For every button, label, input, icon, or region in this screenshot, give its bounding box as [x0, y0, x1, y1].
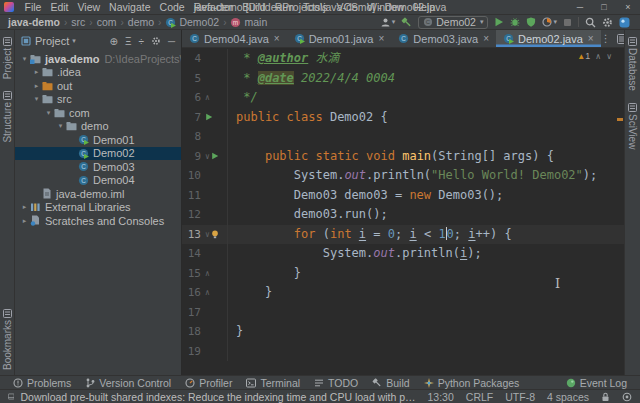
warning-stripe-mark[interactable] [617, 118, 623, 121]
editor-scrollbar[interactable] [616, 48, 624, 375]
menu-code[interactable]: Code [155, 1, 189, 13]
tree-toggle-icon[interactable]: ▸ [31, 82, 42, 90]
toolwindow-switcher-icon[interactable] [8, 392, 14, 401]
fold-end-icon[interactable]: ∧ [205, 283, 210, 303]
breadcrumb-item-main[interactable]: mmain [230, 16, 267, 28]
tree-toggle-icon[interactable]: ▾ [19, 55, 30, 63]
menu-refactor[interactable]: Refactor [189, 1, 238, 13]
menu-run[interactable]: Run [270, 1, 298, 13]
toolwindow-button-structure[interactable]: Structure [2, 84, 13, 148]
tree-toggle-icon[interactable]: ▸ [19, 217, 30, 225]
editor-tab-demo02-java[interactable]: C Demo02.java× [496, 30, 601, 47]
close-button[interactable]: × [616, 2, 640, 12]
tree-item-demo04[interactable]: C Demo04 [15, 174, 181, 188]
fold-start-icon[interactable]: ∨ [205, 225, 210, 245]
code-line-5[interactable]: 5 * @date 2022/4/4 0004 [182, 69, 624, 89]
tree-toggle-icon[interactable]: ▾ [55, 122, 66, 130]
code-line-12[interactable]: 12 demo03.run(); [182, 205, 624, 225]
tree-item-src[interactable]: ▾ src [15, 93, 181, 107]
status-item-crlf[interactable]: CRLF [466, 391, 493, 403]
tree-item-external-libraries[interactable]: ▸External Libraries [15, 201, 181, 215]
collapse-all-button[interactable]: ÷ [138, 36, 144, 47]
menu-navigate[interactable]: Navigate [105, 1, 155, 13]
fold-end-icon[interactable]: ∧ [205, 264, 210, 284]
fold-end-icon[interactable]: ∧ [205, 88, 210, 108]
run-button[interactable] [494, 17, 504, 27]
code-editor[interactable]: ▲1 ∧ ∨ 4 * @author 水滴5 * @date 2022/4/4 … [182, 48, 624, 375]
toolwindow-button-bookmarks[interactable]: Bookmarks [2, 302, 13, 375]
tree-item-demo[interactable]: ▾ demo [15, 120, 181, 134]
panel-settings-button[interactable] [151, 36, 161, 46]
more-options-icon[interactable]: ⋮ [601, 33, 611, 44]
toolwindow-button-build[interactable]: Build [365, 377, 416, 389]
debug-button[interactable] [510, 17, 520, 27]
toolwindow-button-sciview[interactable]: SciView [627, 96, 638, 154]
close-icon[interactable]: × [274, 33, 280, 44]
stop-button[interactable] [563, 18, 572, 27]
close-icon[interactable]: × [588, 33, 594, 44]
menu-edit[interactable]: Edit [46, 1, 73, 13]
tree-item-demo02[interactable]: C Demo02 [15, 147, 181, 161]
breadcrumb-item-demo[interactable]: demo [128, 16, 154, 28]
tree-item-java-demo[interactable]: ▾ java-demoD:\IdeaProjects\java-demo [15, 52, 181, 66]
maximize-button[interactable]: □ [592, 2, 616, 12]
close-icon[interactable]: × [483, 33, 489, 44]
menu-vcs[interactable]: VCS [332, 1, 363, 13]
menu-view[interactable]: View [73, 1, 105, 13]
code-line-6[interactable]: 6∧ */ [182, 88, 624, 108]
breadcrumb-item-src[interactable]: src [71, 16, 85, 28]
breadcrumb-item-com[interactable]: com [97, 16, 117, 28]
tree-item-java-demo-iml[interactable]: java-demo.iml [15, 187, 181, 201]
toolwindow-button-project[interactable]: Project [2, 30, 13, 84]
code-line-7[interactable]: 7public class Demo02 { [182, 108, 624, 128]
code-line-18[interactable]: 18} [182, 322, 624, 342]
code-line-17[interactable]: 17 [182, 303, 624, 323]
breadcrumb-item-demo02[interactable]: C Demo02 [165, 16, 219, 28]
menu-build[interactable]: Build [238, 1, 270, 13]
status-item-utf-8[interactable]: UTF-8 [505, 391, 535, 403]
run-configuration-select[interactable]: C Demo02 ▾ [418, 16, 488, 29]
tree-item-idea[interactable]: ▸ .idea [15, 66, 181, 80]
prev-warning-icon[interactable]: ∧ [595, 52, 601, 61]
toolwindow-button-version-control[interactable]: Version Control [78, 377, 178, 389]
tree-toggle-icon[interactable]: ▾ [43, 109, 54, 117]
next-warning-icon[interactable]: ∨ [606, 52, 612, 61]
toolwindow-button-python-packages[interactable]: Python Packages [417, 377, 527, 389]
minimize-button[interactable]: ─ [568, 2, 592, 12]
status-item-caret-position[interactable]: 13:30 [428, 391, 454, 403]
lock-icon[interactable] [601, 392, 610, 402]
toolwindow-button-profiler[interactable]: Profiler [178, 377, 239, 389]
code-line-15[interactable]: 15∧ } [182, 264, 624, 284]
code-line-16[interactable]: 16∧ } [182, 283, 624, 303]
run-line-icon[interactable] [205, 113, 213, 121]
status-message[interactable]: Download pre-built shared indexes: Reduc… [20, 391, 417, 403]
tree-item-com[interactable]: ▾ com [15, 106, 181, 120]
code-line-13[interactable]: 13∨ for (int i = 0; i < 10; i++) { [182, 225, 624, 245]
expand-all-button[interactable]: Ξ [125, 36, 132, 47]
inspections-widget[interactable]: ▲1 ∧ ∨ [577, 51, 612, 61]
code-line-19[interactable]: 19 [182, 342, 624, 362]
tree-toggle-icon[interactable]: ▸ [19, 203, 30, 211]
tree-item-demo01[interactable]: C Demo01 [15, 133, 181, 147]
profiler-button[interactable]: ▾ [542, 17, 557, 27]
intention-bulb-icon[interactable] [211, 230, 219, 239]
inspections-hector-icon[interactable] [622, 392, 632, 402]
hide-panel-button[interactable]: ─ [168, 36, 175, 47]
user-account-button[interactable]: ▾ [380, 17, 396, 28]
project-panel-title[interactable]: Project [35, 35, 69, 47]
menu-tools[interactable]: Tools [298, 1, 332, 13]
editor-tab-demo01-java[interactable]: C Demo01.java× [287, 30, 392, 47]
fold-start-icon[interactable]: ∨ [205, 147, 210, 167]
toolwindow-button-database[interactable]: Database [627, 30, 638, 96]
toolwindow-button-problems[interactable]: Problems [6, 377, 78, 389]
close-icon[interactable]: × [379, 33, 385, 44]
toolwindow-button-todo[interactable]: TODO [307, 377, 365, 389]
ide-plugin-button[interactable] [619, 17, 630, 28]
tree-toggle-icon[interactable]: ▸ [31, 68, 42, 76]
menu-help[interactable]: Help [409, 1, 440, 13]
run-line-icon[interactable] [211, 152, 219, 160]
status-item-4-spaces[interactable]: 4 spaces [547, 391, 589, 403]
code-line-10[interactable]: 10 System.out.println("Hello World! Demo… [182, 166, 624, 186]
build-project-button[interactable] [401, 17, 412, 28]
locate-file-button[interactable]: ⊕ [110, 36, 118, 47]
